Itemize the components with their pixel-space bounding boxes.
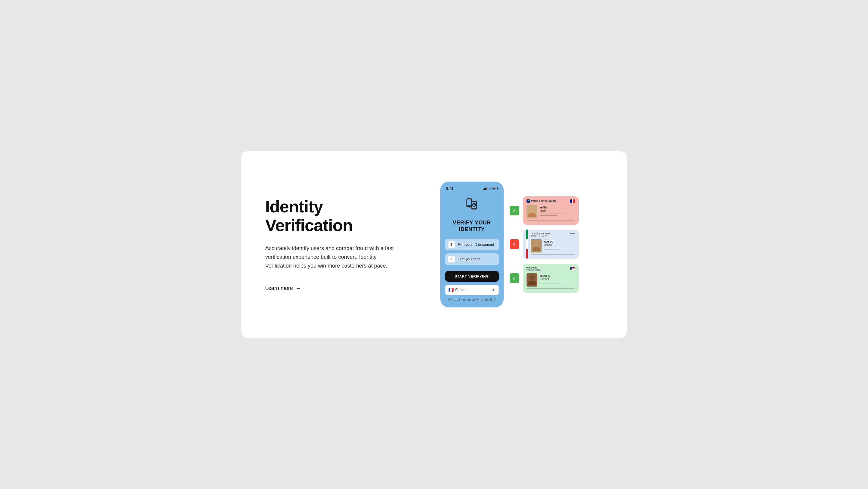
id-card-2: CARTA DI IDENTITA IDENTITY CARD R: [523, 230, 579, 259]
id-photo-2: [531, 239, 541, 253]
why-verify-link[interactable]: Why do I need to verify my identity?: [445, 298, 499, 301]
card-2-type-2: IDENTITY CARD: [531, 235, 551, 237]
id-firstname-3: Samuel: [540, 278, 575, 281]
id-card-1-body: Tellier Marie: [527, 205, 575, 219]
id-card-row-3: ✓ PASSPORT PASSEPORTE: [510, 264, 579, 293]
id-info-2: RUSSO Carlos: [544, 240, 575, 251]
page-title: Identity Verification: [265, 197, 404, 234]
id-card-2-inner: CARTA DI IDENTITA IDENTITY CARD R: [527, 233, 575, 255]
id-line-2a: [544, 248, 569, 248]
id-divider-1: [527, 220, 575, 221]
id-lastname-3: MARTIN: [540, 274, 575, 277]
id-card-2-header: CARTA DI IDENTITA IDENTITY CARD: [531, 233, 575, 237]
id-card-3-labels: PASSPORT PASSEPORTE: [527, 267, 541, 271]
scan-icon: [463, 197, 481, 215]
right-section: 9:41 ∿: [416, 181, 603, 307]
language-label: French: [456, 288, 467, 292]
step-1-number: 1: [448, 241, 455, 248]
phone-step-1: 1 Film your ID document: [445, 239, 499, 250]
card-2-type-1: CARTA DI IDENTITA: [531, 233, 551, 235]
svg-point-6: [473, 204, 475, 205]
scan-icon-container: [445, 197, 499, 215]
id-card-2-body: RUSSO Carlos: [531, 239, 575, 253]
french-flag-icon: [570, 199, 575, 203]
main-card: Identity Verification Accurately identif…: [241, 151, 627, 338]
id-lastname-1: Tellier: [540, 206, 575, 209]
left-section: Identity Verification Accurately identif…: [265, 197, 416, 292]
id-firstname-2: Carlos: [544, 243, 575, 247]
card-1-flag-container: [570, 199, 575, 203]
id-card-1: F PERMIS DE CONDUIRE: [523, 196, 579, 225]
id-card-row-2: ✕ CARTA DI IDENTITA IDENTITY CARD: [510, 230, 579, 259]
us-flag-icon: [570, 267, 575, 270]
svg-rect-1: [467, 199, 471, 205]
id-cards-column: ✓ F PERMIS DE CONDUIRE: [510, 196, 579, 293]
eu-badge: F: [527, 199, 530, 203]
id-line-3b: [540, 284, 558, 284]
arrow-icon: →: [296, 285, 301, 292]
start-verifying-button[interactable]: START VERIFYING: [445, 271, 499, 282]
id-info-3: MARTIN Samuel: [540, 274, 575, 285]
id-card-3: PASSPORT PASSEPORTE: [523, 264, 579, 293]
chevron-down-icon: ▼: [492, 288, 495, 292]
status-icon-success-3: ✓: [510, 273, 519, 283]
phone-icons: ∿: [483, 187, 498, 190]
id-divider-2: [531, 254, 575, 255]
phone-status-bar: 9:41 ∿: [445, 186, 499, 191]
signal-icon: [483, 187, 487, 190]
id-lastname-2: RUSSO: [544, 240, 575, 243]
language-selector[interactable]: 🇫🇷 French ▼: [445, 285, 499, 295]
it-stripe-icon: [526, 230, 528, 259]
step-1-text: Film your ID document: [458, 242, 494, 247]
card-3-type-2: PASSEPORTE: [527, 269, 541, 271]
status-icon-error-2: ✕: [510, 239, 519, 249]
phone-step-2: 2 Film your face: [445, 253, 499, 265]
wifi-icon: ∿: [489, 187, 491, 190]
phone-verify-title: VERIFY YOUR IDENTITY: [445, 220, 499, 233]
dash-icon: [570, 233, 575, 234]
language-flag: 🇫🇷: [448, 287, 454, 292]
card-3-type-1: PASSPORT: [527, 267, 541, 269]
svg-point-2: [469, 207, 470, 208]
phone-steps: 1 Film your ID document 2 Film your face: [445, 239, 499, 265]
id-photo-1: [527, 205, 537, 219]
id-card-2-labels: CARTA DI IDENTITA IDENTITY CARD: [531, 233, 551, 237]
id-line-1a: [540, 213, 568, 214]
id-photo-3: [527, 273, 537, 287]
id-line-1b: [540, 215, 558, 216]
id-divider-3: [527, 288, 575, 289]
card-1-type: PERMIS DE CONDUIRE: [531, 200, 556, 202]
step-2-text: Film your face: [458, 257, 480, 261]
id-card-3-body: MARTIN Samuel: [527, 273, 575, 287]
status-icon-success-1: ✓: [510, 206, 519, 215]
id-line-3a: [540, 282, 568, 282]
id-info-1: Tellier Marie: [540, 206, 575, 217]
learn-more-link[interactable]: Learn more →: [265, 285, 301, 292]
id-line-2b: [544, 250, 560, 250]
language-left: 🇫🇷 French: [448, 287, 467, 292]
phone-mockup: 9:41 ∿: [440, 181, 504, 307]
id-card-3-header: PASSPORT PASSEPORTE: [527, 267, 575, 271]
battery-icon: [492, 187, 498, 190]
id-card-1-header: F PERMIS DE CONDUIRE: [527, 199, 575, 203]
id-card-row-1: ✓ F PERMIS DE CONDUIRE: [510, 196, 579, 225]
step-2-number: 2: [448, 256, 455, 262]
id-firstname-1: Marie: [540, 209, 575, 212]
page-description: Accurately identify users and combat fra…: [265, 244, 404, 270]
phone-time: 9:41: [446, 186, 454, 191]
